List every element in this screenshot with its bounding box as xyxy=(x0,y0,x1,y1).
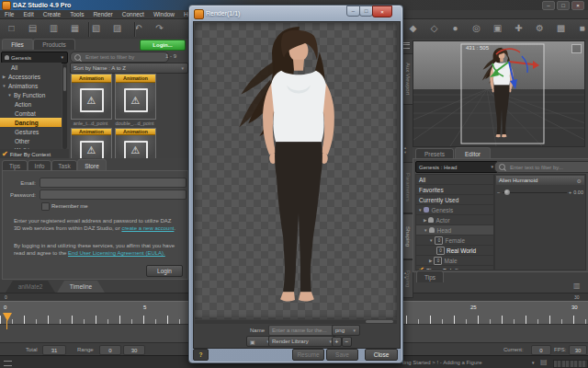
category-dancing[interactable]: Dancing xyxy=(0,118,62,127)
list-item-currently-used[interactable]: Currently Used xyxy=(416,195,493,205)
slider-minus-button[interactable]: − xyxy=(497,190,501,195)
library-thumbnail[interactable]: Animation ⚠ xyxy=(71,74,112,120)
library-thumbnail[interactable]: Animation ⚠ xyxy=(71,128,112,161)
tree-node-actor[interactable]: ▶ Actor xyxy=(416,215,493,225)
node-tool-icon[interactable]: ● xyxy=(447,21,463,36)
tab-tips-bottom[interactable]: Tips xyxy=(416,270,444,282)
eula-link[interactable]: End User Licensing Agreement (EULA). xyxy=(68,250,165,256)
remember-me-checkbox[interactable] xyxy=(41,202,50,211)
library-thumbnail[interactable]: Animation ⚠ xyxy=(115,128,156,161)
pose-tool-icon[interactable]: ✚ xyxy=(511,21,526,36)
render-resume-button[interactable]: Resume xyxy=(292,349,324,361)
export-icon[interactable]: ▨ xyxy=(109,21,125,36)
keyframe-icon[interactable]: ▥ xyxy=(573,282,581,290)
current-frame-value[interactable]: 0 xyxy=(531,345,551,355)
category-all[interactable]: All xyxy=(0,63,62,72)
create-account-link[interactable]: create a new account xyxy=(121,225,174,231)
render-name-input[interactable] xyxy=(268,325,336,336)
new-file-icon[interactable]: □ xyxy=(4,21,19,36)
password-field[interactable] xyxy=(40,190,187,200)
render-window[interactable]: Render(1/1) – □ × Name png▼ ▣ ▼ Render L… xyxy=(188,5,403,363)
pane-menu-icon[interactable] xyxy=(403,42,410,49)
tab-products[interactable]: Products xyxy=(33,39,75,50)
parameter-search-input[interactable] xyxy=(494,161,588,173)
menu-item[interactable]: File xyxy=(0,10,18,18)
render-library-add-button[interactable]: + xyxy=(332,337,342,347)
film-strip-icon[interactable]: ▤ xyxy=(540,359,548,366)
toolbar-more-arrow-icon[interactable]: ► xyxy=(582,26,586,31)
render-help-button[interactable]: ? xyxy=(193,349,209,361)
render-close-button[interactable]: Close xyxy=(365,349,398,361)
camera-tool-icon[interactable]: ▣ xyxy=(490,21,505,36)
category-action[interactable]: Action xyxy=(0,99,62,109)
render-library-remove-button[interactable]: − xyxy=(342,337,352,347)
parameter-slider[interactable]: − + 0.00 xyxy=(497,188,583,197)
scope-select[interactable]: Genesis : Head▼ xyxy=(415,161,498,173)
parameter-header[interactable]: Alien Humanoid ⚙ xyxy=(496,176,584,185)
bone-tool-icon[interactable]: ◆ xyxy=(405,21,421,36)
viewport-cube-icon[interactable] xyxy=(571,44,582,53)
save-icon[interactable]: ▦ xyxy=(67,21,83,36)
total-frames-value[interactable]: 31 xyxy=(42,345,66,355)
range-start-value[interactable]: 0 xyxy=(99,345,121,355)
tab-files[interactable]: Files xyxy=(2,39,33,50)
render-library-select[interactable]: Render Library▼ xyxy=(268,336,336,347)
render-image-scrollbar[interactable] xyxy=(195,320,397,324)
undo-icon[interactable]: ↶ xyxy=(130,21,146,36)
sort-select[interactable]: Sort by Name : A to Z▼ xyxy=(70,63,188,74)
tree-node-real-world[interactable]: 0 Real World xyxy=(416,246,493,256)
app-close-button[interactable]: × xyxy=(571,1,584,10)
render-close-x-button[interactable]: × xyxy=(372,6,392,17)
render-save-button[interactable]: Save xyxy=(326,349,358,361)
open-file-icon[interactable]: ▤ xyxy=(25,21,40,36)
status-dropdown-icon[interactable]: ▼ xyxy=(531,361,535,365)
slider-thumb[interactable] xyxy=(504,190,510,195)
fps-value[interactable]: 30 xyxy=(569,345,587,355)
category-accessories[interactable]: ▶Accessories xyxy=(0,72,62,81)
menu-item[interactable]: Edit xyxy=(18,10,38,18)
library-thumbnail[interactable]: Animation ⚠ xyxy=(115,74,156,120)
tree-node-male[interactable]: ▶ 0 Male xyxy=(416,256,493,266)
tree-node-female[interactable]: ▼ 0 Female xyxy=(416,236,493,246)
timeline-playhead[interactable] xyxy=(3,313,12,321)
email-field[interactable] xyxy=(40,178,187,188)
surface-tool-icon[interactable]: ◎ xyxy=(469,21,484,36)
category-scrollbar[interactable] xyxy=(62,63,67,149)
app-minimize-button[interactable]: – xyxy=(542,1,555,10)
joint-editor-icon[interactable]: ⚙ xyxy=(532,21,548,36)
category-animations[interactable]: ▼Animations xyxy=(0,81,62,90)
menu-item[interactable]: Connect xyxy=(118,10,149,18)
tab-animate2[interactable]: aniMate2 xyxy=(6,281,55,293)
render-maximize-button[interactable]: □ xyxy=(359,6,373,17)
library-search-input[interactable] xyxy=(70,52,169,63)
gear-icon[interactable]: ⚙ xyxy=(577,178,582,184)
list-item-favorites[interactable]: Favorites xyxy=(416,185,493,195)
menu-item[interactable]: Window xyxy=(149,10,179,18)
menu-item[interactable]: Create xyxy=(39,10,66,18)
render-settings-icon[interactable]: ▩ xyxy=(553,21,569,36)
menu-item[interactable]: Render xyxy=(88,10,117,18)
category-combat[interactable]: Combat xyxy=(0,109,62,118)
aux-viewport-scene[interactable] xyxy=(413,40,585,147)
list-item-all[interactable]: All xyxy=(416,175,493,185)
category-other[interactable]: Other xyxy=(0,136,62,145)
figure-tool-icon[interactable]: ◇ xyxy=(426,21,442,36)
redo-icon[interactable]: ↷ xyxy=(152,21,167,36)
pane-resize-arrows[interactable]: ▲▼ xyxy=(403,146,407,155)
render-minimize-button[interactable]: – xyxy=(346,6,360,17)
import-icon[interactable]: ▧ xyxy=(88,21,104,36)
slider-value[interactable]: 0.00 xyxy=(573,190,583,195)
tree-node-head[interactable]: ▼ Head xyxy=(416,225,493,236)
login-toolbar-button[interactable]: Login... xyxy=(140,40,186,51)
range-end-value[interactable]: 30 xyxy=(123,345,145,355)
category-by-function[interactable]: ▼By Function xyxy=(0,90,62,99)
tab-timeline[interactable]: Timeline xyxy=(57,281,105,293)
open-recent-icon[interactable]: ▥ xyxy=(46,21,62,36)
category-gestures[interactable]: Gestures xyxy=(0,127,62,136)
menu-item[interactable]: Tools xyxy=(65,10,88,18)
render-format-select[interactable]: png▼ xyxy=(332,325,360,336)
slider-plus-button[interactable]: + xyxy=(569,190,572,195)
store-login-button[interactable]: Login xyxy=(146,265,183,277)
tree-node-genesis[interactable]: ▼ Genesis xyxy=(416,205,493,215)
app-maximize-button[interactable]: □ xyxy=(557,1,570,10)
